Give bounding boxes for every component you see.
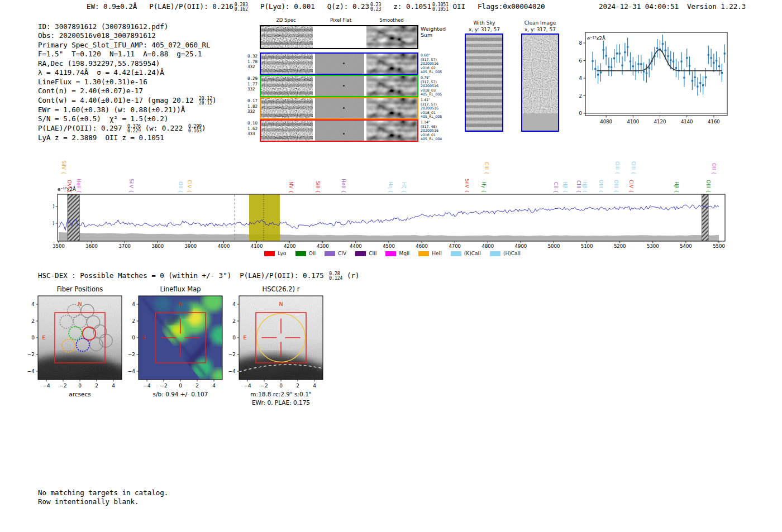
line-label-ciii: CIII { xyxy=(484,162,489,175)
sup-sub-stack: 0.280.124 xyxy=(329,272,342,281)
cutout-right-value: v018_02 xyxy=(421,66,442,70)
header-item-label: EW: xyxy=(87,2,99,11)
cutout-smooth-image xyxy=(366,98,417,118)
data-point xyxy=(699,82,701,84)
data-point xyxy=(713,62,714,64)
header-item-value: 0.9±0.2Å xyxy=(99,2,137,11)
text-segment: ) xyxy=(202,124,206,132)
column-header-2d-spec: 2D Spec xyxy=(258,17,314,23)
y-tick-label: −2 xyxy=(128,352,135,357)
header-item-value: 0.1051 xyxy=(402,2,431,11)
spectrum-line xyxy=(59,205,719,231)
legend-swatch xyxy=(490,251,500,256)
sub-value: 20.12 xyxy=(199,101,212,106)
x-tick-label: 4700 xyxy=(449,243,461,249)
cutout-right-value: 20200516 xyxy=(421,106,442,111)
cutout-right-value: 1.41" xyxy=(421,98,442,102)
header-item-suffix: OII xyxy=(449,2,465,11)
line-label-siii: SiII { xyxy=(315,181,321,193)
data-point xyxy=(603,49,604,51)
cutout-flat-image xyxy=(315,76,364,96)
cutout-right-labels: 1.41"(317, 57)20200516v018_01405_RL_005 xyxy=(421,98,442,119)
data-point xyxy=(643,71,645,73)
cutout-left-value: 333 xyxy=(247,131,258,137)
flat-noise xyxy=(315,54,364,74)
cutout-right-value: 20200516 xyxy=(421,61,442,66)
x-tick-label: −2 xyxy=(160,383,167,389)
legend-swatch xyxy=(325,251,335,256)
x-tick-label: 0 xyxy=(179,383,182,389)
data-point xyxy=(718,65,720,67)
line-label-oii: OII { xyxy=(711,163,717,175)
x-tick-label: 2 xyxy=(196,383,199,389)
line-label-siiv: SiIV { xyxy=(464,179,470,193)
line-label-heii: HeII { xyxy=(76,179,82,193)
y-tick-label: 8 xyxy=(579,40,582,46)
y-tick-label: −4 xyxy=(27,368,35,374)
clean-image-label: Clean Image xyxy=(506,20,574,27)
y-tick-label: 0 xyxy=(579,111,582,116)
cutout-spec2d-image xyxy=(261,98,313,118)
legend-label: OII xyxy=(309,251,316,256)
line-label-ovi: OVI { xyxy=(66,180,72,193)
cutout-spec2d-image xyxy=(261,26,313,48)
x-tick-label: 5100 xyxy=(581,243,593,249)
text-segment: LyA z = 2.3889 OII z = 0.1051 xyxy=(38,133,164,142)
y-tick-label: 4 xyxy=(132,301,135,307)
north-label: N xyxy=(78,301,82,307)
cutout-smooth-image xyxy=(366,26,417,48)
trace-bands xyxy=(261,76,313,96)
cutout-smooth-image xyxy=(366,121,417,141)
cutout-right-labels: 0.68"(317, 57)20200516v018_02405_RL_005 xyxy=(421,53,442,74)
x-tick-label: 0 xyxy=(78,383,82,389)
y-tick-label: −2 xyxy=(228,352,236,357)
clean-image-title: Clean Image x, y: 317, 57 xyxy=(506,20,574,33)
heatmap-blob xyxy=(155,296,171,313)
header-item-label: P(LAE)/P(OII): xyxy=(149,2,208,11)
legend-label: (K)CaII xyxy=(464,251,481,256)
cutout-left-value: 1.62 xyxy=(247,126,258,132)
info-line: RA,Dec (198.932297,55.785954) xyxy=(38,59,217,68)
cutout-left-value: 1.82 xyxy=(247,104,258,109)
x-tick-label: −2 xyxy=(260,383,268,389)
text-segment: F=1.5" T=0.120 N=1.11 A=0.88 g=25.1 xyxy=(38,50,202,58)
header-item: P(Lyα): 0.001 xyxy=(260,2,315,12)
cutout-left-value: 332 xyxy=(247,64,258,70)
y-tick-label: 2 xyxy=(31,318,35,324)
x-tick-label: 4080 xyxy=(600,119,612,124)
header-item: Q(z): 0.230.230.23 xyxy=(327,2,382,12)
sub-value: 0.229 xyxy=(127,129,141,133)
x-tick-label: 3500 xyxy=(53,243,65,249)
info-line: Cont(w) = 4.40(±0.01)e-17 (gmag 20.12 20… xyxy=(38,96,217,106)
data-point xyxy=(608,66,609,68)
cutout-flat-image xyxy=(315,121,364,141)
legend-label: MgII xyxy=(399,251,409,256)
cutout-spec2d-image xyxy=(261,54,313,74)
x-tick-label: 3600 xyxy=(85,243,98,249)
data-point xyxy=(702,84,704,86)
sub-value: 0.124 xyxy=(329,276,342,281)
data-point xyxy=(597,74,599,75)
legend-label: Lyα xyxy=(278,251,286,256)
x-tick-label: −4 xyxy=(42,383,50,389)
header-item: Flags:0x00004020 xyxy=(478,2,545,12)
line-label-civ: CIV { xyxy=(628,180,634,193)
info-line: Obs: 20200516v018_3007891612 xyxy=(38,31,217,40)
x-tick-label: 0 xyxy=(279,383,283,389)
sup-sub-stack: 0.10510.1051 xyxy=(432,3,449,12)
data-point xyxy=(675,67,677,69)
header-item-value: 0.001 xyxy=(290,2,315,11)
data-point xyxy=(656,47,658,49)
text-segment: RA,Dec (198.932297,55.785954) xyxy=(38,59,160,68)
masked-band xyxy=(68,195,79,241)
data-point xyxy=(689,65,690,66)
cutout-left-value: 0.29 xyxy=(247,76,258,82)
x-tick-label: 4400 xyxy=(350,243,362,249)
cutout-flat-image xyxy=(315,54,364,74)
data-point xyxy=(680,60,682,62)
text-segment: EWr = 1.60(±0.38) (w: 0.88(±0.21))Å xyxy=(38,106,185,114)
highlight-band xyxy=(249,195,280,241)
x-tick-label: 5500 xyxy=(713,243,725,249)
flat-noise xyxy=(315,121,364,141)
legend-label: (H)CaII xyxy=(503,251,521,256)
